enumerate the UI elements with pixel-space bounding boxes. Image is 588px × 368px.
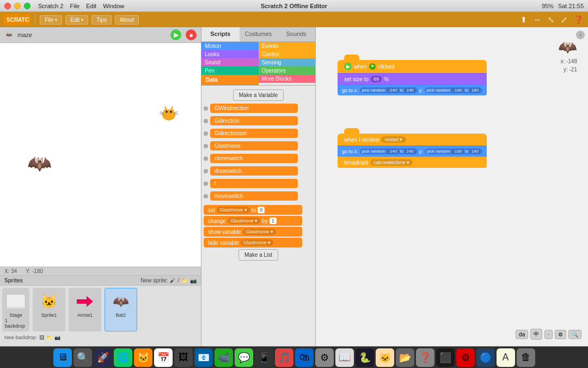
dock-fontbook[interactable]: A: [497, 348, 515, 367]
pick-random-y2: pick random -180 to 180: [425, 148, 482, 154]
menu-file[interactable]: File: [70, 3, 79, 9]
cat-motion[interactable]: Motion: [201, 42, 259, 50]
close-button[interactable]: [4, 3, 11, 9]
shrink-icon[interactable]: ⤢: [559, 15, 569, 24]
cat-more-blocks[interactable]: More Blocks: [259, 75, 316, 83]
tab-costumes[interactable]: Costumes: [240, 27, 278, 41]
file-menu-btn[interactable]: File▾: [40, 15, 62, 25]
dock-scratch[interactable]: 🐱: [134, 348, 152, 367]
stage-sprite-item[interactable]: Stage 1 backdrop: [2, 288, 29, 331]
set-val-input[interactable]: 0: [258, 207, 265, 213]
minimize-button[interactable]: [14, 3, 21, 9]
script-group-1: ▶ when ⚑ clicked set size to 69 % go to …: [338, 60, 487, 95]
dock-systemprefs[interactable]: ⚙: [315, 348, 334, 367]
dock-bluetooth[interactable]: 🔵: [476, 348, 495, 367]
expand-icon[interactable]: ⤡: [546, 15, 556, 24]
block-change-variable[interactable]: change Glastmove ▾ by 1: [204, 216, 302, 226]
dock-launchpad[interactable]: 🚀: [94, 348, 112, 367]
dock-neko[interactable]: 🐱: [376, 348, 394, 367]
cat-events[interactable]: Events: [259, 42, 316, 50]
make-list-btn[interactable]: Make a List: [238, 249, 278, 261]
scratch-toolbar: SCRATCH File▾ Edit▾ Tips About ⬆ ↔ ⤡ ⤢ ❓: [0, 12, 588, 27]
new-backdrop-camera-icon[interactable]: 📷: [54, 335, 60, 340]
lang-btn[interactable]: 中: [530, 329, 542, 340]
stop-button[interactable]: ■: [186, 29, 197, 40]
dock-facetime[interactable]: 📹: [215, 348, 233, 367]
block-glastmove[interactable]: Glastmove: [210, 141, 298, 150]
block-moveswitch[interactable]: moveswitch: [210, 191, 298, 201]
cat-control[interactable]: Control: [259, 50, 316, 58]
sprite-item-arrow1[interactable]: Arrow1: [69, 288, 101, 331]
block-gwindirection[interactable]: GWindirection: [210, 104, 298, 113]
dock-pycharm[interactable]: 🐍: [356, 348, 374, 367]
cat-operators[interactable]: Operators: [259, 67, 316, 75]
block-goto-random-1[interactable]: go to x: pick random -240 to 240 y: pick…: [338, 85, 487, 95]
paint-sprite-icon[interactable]: 🖌: [170, 277, 175, 283]
dock-help[interactable]: ❓: [416, 348, 434, 367]
da-btn[interactable]: da: [516, 330, 528, 339]
dock-trash[interactable]: 🗑: [517, 348, 535, 367]
dock-outlook[interactable]: 📧: [194, 348, 213, 367]
block-show-variable[interactable]: show variable Glastmove ▾: [204, 227, 302, 237]
dock-terminal[interactable]: ⬛: [436, 348, 455, 367]
dock-dictionary[interactable]: 📖: [335, 348, 354, 367]
block-dot: [204, 169, 208, 173]
upload-icon[interactable]: ⬆: [519, 15, 529, 24]
help-icon[interactable]: ❓: [572, 15, 585, 24]
about-btn[interactable]: About: [115, 15, 139, 25]
folder-sprite-icon[interactable]: 📁: [181, 277, 188, 283]
settings-btn[interactable]: ⚙: [555, 330, 566, 339]
script-area[interactable]: 🦇 x: -148 y: -21 i ▶ when ⚑ clicked set …: [316, 27, 588, 346]
dock-messages[interactable]: 💬: [235, 348, 253, 367]
edit-menu-btn[interactable]: Edit▾: [65, 15, 88, 25]
cat-sensing[interactable]: Sensing: [259, 58, 316, 67]
block-set-variable[interactable]: set Glastmove ▾ to 0: [204, 205, 302, 215]
dock-photos[interactable]: 🖼: [174, 348, 193, 367]
app-menu-scratch2[interactable]: Scratch 2: [38, 3, 63, 9]
edit-sprite-icon[interactable]: /: [177, 277, 179, 283]
block-goto-random-2[interactable]: go to x: pick random -240 to 240 y: pick…: [338, 146, 487, 156]
green-flag-button[interactable]: ▶: [170, 29, 181, 40]
dock-finder2[interactable]: 📂: [396, 348, 414, 367]
info-button[interactable]: i: [576, 31, 585, 39]
dot-btn[interactable]: ·: [544, 330, 553, 339]
change-val-input[interactable]: 1: [270, 218, 277, 224]
block-gdirection[interactable]: Gdirection: [210, 116, 298, 125]
dock-siri[interactable]: 🔍: [74, 348, 92, 367]
cat-looks[interactable]: Looks: [201, 50, 259, 58]
block-i[interactable]: i: [210, 179, 298, 188]
hat-when-clicked[interactable]: ▶ when ⚑ clicked: [338, 60, 487, 73]
tab-scripts[interactable]: Scripts: [201, 27, 240, 41]
dock-appstore[interactable]: 🛍: [295, 348, 314, 367]
maximize-button[interactable]: [24, 3, 30, 9]
zoom-in-btn[interactable]: 🔍: [568, 330, 581, 339]
hat-when-receive[interactable]: when I receive restart ▾: [338, 134, 487, 146]
cat-pen[interactable]: Pen: [201, 67, 259, 75]
block-drawswitch[interactable]: drawswitch: [210, 166, 298, 176]
sprite-item-bat2[interactable]: 🦇 Bat2: [105, 288, 137, 331]
tips-btn[interactable]: Tips: [91, 15, 112, 25]
block-broadcast[interactable]: broadcast catcreateclone ▾: [338, 156, 487, 168]
dock-safari[interactable]: 🌐: [114, 348, 132, 367]
move-icon[interactable]: ↔: [532, 15, 543, 24]
sprite-item-sprite1[interactable]: 🐱 Sprite1: [33, 288, 65, 331]
camera-sprite-icon[interactable]: 📷: [190, 277, 197, 283]
new-backdrop-folder-icon[interactable]: 📁: [46, 335, 52, 340]
block-gdirectionset[interactable]: Gdirectionset: [210, 129, 298, 138]
dock-calendar[interactable]: 📅: [154, 348, 173, 367]
dock-iphonemirror[interactable]: 📱: [255, 348, 273, 367]
cat-sound[interactable]: Sound: [201, 58, 259, 67]
make-variable-btn[interactable]: Make a Variable: [233, 89, 284, 101]
new-backdrop-paint-icon[interactable]: 🖼: [39, 335, 44, 340]
block-cloneswitch[interactable]: cloneswitch: [210, 154, 298, 163]
menu-edit[interactable]: Edit: [86, 3, 96, 9]
tab-sounds[interactable]: Sounds: [277, 27, 315, 41]
dock-parallels[interactable]: ⚙: [456, 348, 475, 367]
dock-music[interactable]: 🎵: [275, 348, 293, 367]
cat-data[interactable]: Data: [201, 75, 259, 85]
dock-finder[interactable]: 🖥: [53, 348, 72, 367]
block-set-size[interactable]: set size to 69 %: [338, 73, 487, 85]
block-hide-variable[interactable]: hide variable Glastmove ▾: [204, 238, 302, 248]
menu-window[interactable]: Window: [103, 3, 124, 9]
stage-canvas: 🦇: [0, 43, 201, 267]
